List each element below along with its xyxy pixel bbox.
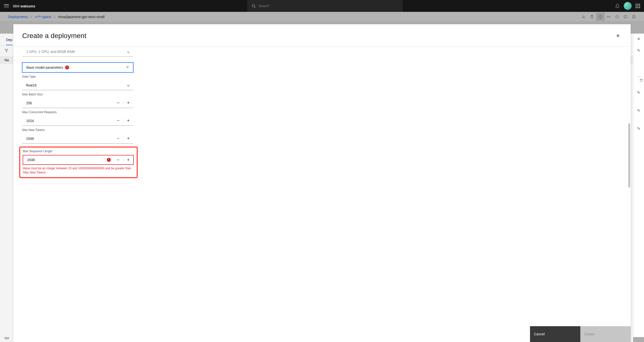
avatar[interactable] [624,2,632,10]
search-icon [251,4,256,9]
max-new-tokens-input[interactable] [22,137,113,141]
edit-icon[interactable]: ✎ [637,90,640,95]
base-model-parameters-accordion[interactable]: Base model parameters ! [22,63,133,72]
overflow-icon[interactable]: … [637,74,640,78]
edit-icon[interactable]: ✎ [637,108,640,113]
modal-title: Create a deployment [22,32,86,40]
data-type-label: Data Type [22,75,152,78]
max-concurrent-requests-input[interactable] [22,119,113,123]
highlight-annotation: Max Sequence Length ! − + Value must be … [19,146,138,178]
decrement-button[interactable]: − [113,98,123,108]
brand-product: watsonx [20,4,35,8]
close-icon[interactable]: ✕ [614,31,622,41]
hardware-value: 1 GPU, 1 CPU, and 60GB RAM [26,50,75,54]
increment-button[interactable]: + [123,116,133,126]
error-icon: ! [65,66,69,69]
data-type-select[interactable]: float16 [22,80,133,90]
max-new-tokens-label: Max New Tokens [22,128,152,132]
notifications-icon[interactable] [615,4,620,9]
error-icon: ! [107,158,111,162]
edit-icon[interactable]: ✎ [637,126,640,131]
max-concurrent-requests-stepper[interactable]: − + [22,116,133,126]
max-sequence-length-stepper[interactable]: ! − + [23,155,134,165]
decrement-button[interactable]: − [113,134,123,143]
max-batch-size-label: Max Batch Size [22,93,152,96]
modal-header: Create a deployment ✕ [13,24,631,47]
svg-line-1 [254,7,256,8]
svg-point-0 [252,5,255,7]
brand[interactable]: IBM watsonx [13,4,35,8]
max-new-tokens-stepper[interactable]: − + [22,134,133,143]
brand-prefix: IBM [13,4,20,8]
modal-body: 1 GPU, 1 CPU, and 60GB RAM Base model pa… [13,47,631,326]
menu-icon[interactable] [4,4,9,9]
accordion-title: Base model parameters [26,66,63,69]
section-divider [22,184,133,184]
increment-button[interactable]: + [123,98,133,108]
max-sequence-length-label: Max Sequence Length [23,149,134,153]
svg-rect-10 [640,80,642,82]
create-deployment-modal: Create a deployment ✕ 1 GPU, 1 CPU, and … [13,24,631,342]
global-search[interactable] [247,0,403,12]
decrement-button[interactable]: − [113,155,123,165]
copy-icon[interactable] [639,79,643,83]
create-button[interactable]: Create [580,326,631,342]
chevron-down-icon [127,84,129,86]
decrement-button[interactable]: − [113,116,123,126]
max-sequence-length-input[interactable] [23,158,107,162]
chevron-down-icon [127,50,129,53]
chevron-up-icon [126,66,129,69]
edit-icon[interactable]: ✎ [637,48,640,53]
info-side-panel: ✕ ✎ … ✎ ✎ ✎ [633,34,644,337]
shell-header: IBM watsonx [0,0,644,12]
filter-icon[interactable] [4,48,8,53]
max-batch-size-input[interactable] [22,101,113,105]
search-input[interactable] [258,4,399,8]
cancel-button[interactable]: Cancel [530,326,580,342]
close-icon[interactable]: ✕ [637,37,640,41]
max-sequence-length-error: Value must be an integer between 20 and … [23,166,131,175]
tab-deployments[interactable]: Dep [6,35,12,45]
hardware-select[interactable]: 1 GPU, 1 CPU, and 60GB RAM [22,47,133,57]
pagination-label: Iter [4,336,10,340]
max-concurrent-requests-label: Max Concurrent Requests [22,110,152,114]
increment-button[interactable]: + [123,155,133,165]
max-batch-size-stepper[interactable]: − + [22,98,133,108]
modal-footer: Cancel Create [13,326,631,342]
increment-button[interactable]: + [123,134,133,143]
data-type-value: float16 [26,83,36,87]
app-switcher-icon[interactable] [636,4,640,8]
scrollbar[interactable] [628,123,630,188]
